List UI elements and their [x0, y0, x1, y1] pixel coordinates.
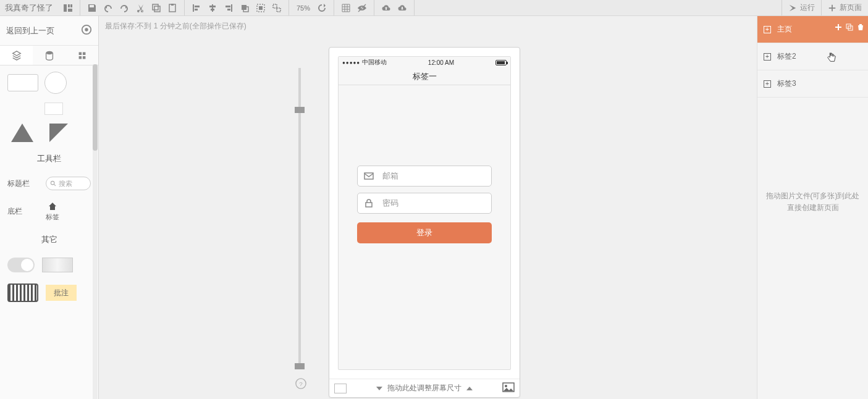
layout-icon[interactable]: [61, 1, 75, 15]
new-page-label: 新页面: [840, 2, 862, 13]
password-field[interactable]: 密码: [357, 193, 492, 214]
svg-rect-21: [273, 4, 277, 8]
ungroup-icon[interactable]: [270, 1, 284, 15]
height-slider[interactable]: [298, 68, 301, 367]
lock-icon: [364, 198, 374, 208]
expand-icon[interactable]: +: [764, 80, 771, 88]
app-title: 我真奇了怪了: [0, 0, 80, 15]
section-toolbar-label: 工具栏: [2, 148, 96, 169]
svg-rect-22: [277, 8, 280, 12]
section-other-label: 其它: [2, 229, 96, 250]
widget-tab-icon[interactable]: 标签: [46, 201, 59, 222]
search-placeholder: 搜索: [59, 179, 72, 188]
undo-icon[interactable]: [101, 1, 115, 15]
device-footer: 拖动此处调整屏幕尺寸: [329, 379, 520, 397]
widget-annotation[interactable]: 批注: [46, 285, 77, 301]
widget-searchbar[interactable]: 搜索: [46, 177, 91, 190]
widget-flag[interactable]: [49, 124, 68, 142]
canvas-area[interactable]: 最后保存:不到 1 分钟之前(全部操作已保存) ●●●●● 中国移动 12:00…: [99, 16, 757, 399]
widget-palette: 工具栏 标题栏 搜索 底栏 标签 其它: [0, 65, 98, 399]
battery-icon: [495, 60, 507, 65]
widget-keyboard[interactable]: [7, 284, 38, 302]
email-field[interactable]: 邮箱: [357, 166, 492, 187]
device-frame: ●●●●● 中国移动 12:00 AM 标签一 邮箱 密码: [329, 47, 520, 398]
expand-icon[interactable]: +: [764, 53, 771, 61]
back-row[interactable]: 返回到上一页: [0, 16, 98, 46]
left-sidebar: 返回到上一页: [0, 16, 99, 399]
assets-tab[interactable]: [65, 46, 98, 65]
svg-rect-17: [242, 5, 246, 10]
bottombar-widget-label[interactable]: 底栏: [7, 206, 38, 217]
chevron-down-icon[interactable]: [376, 387, 382, 390]
widget-ruler[interactable]: [42, 258, 73, 272]
svg-text:?: ?: [299, 380, 303, 387]
tab-icon-label: 标签: [46, 212, 59, 222]
widgets-tab[interactable]: [0, 46, 33, 65]
add-child-icon[interactable]: [835, 23, 842, 33]
cloud-upload-icon[interactable]: [379, 1, 393, 15]
svg-rect-2: [70, 4, 72, 7]
cut-icon[interactable]: [133, 1, 147, 15]
chevron-up-icon[interactable]: [466, 387, 473, 390]
svg-line-28: [54, 184, 56, 186]
paste-icon[interactable]: [166, 1, 179, 15]
svg-rect-13: [211, 9, 214, 10]
expand-icon[interactable]: +: [764, 26, 771, 33]
grid-icon[interactable]: [339, 1, 353, 15]
svg-rect-10: [195, 9, 198, 10]
slider-handle-bottom[interactable]: [295, 363, 305, 369]
widget-triangle[interactable]: [11, 124, 33, 142]
svg-rect-15: [225, 6, 230, 7]
left-scrollbar[interactable]: [93, 64, 98, 399]
duplicate-icon[interactable]: [846, 23, 853, 33]
titlebar-widget-label[interactable]: 标题栏: [7, 178, 38, 189]
page-item-3[interactable]: + 标签3: [757, 70, 868, 98]
widget-toggle[interactable]: [7, 258, 35, 272]
scrollbar-thumb[interactable]: [93, 64, 98, 151]
svg-rect-16: [227, 9, 230, 10]
copy-icon[interactable]: [150, 1, 163, 15]
page-item-2[interactable]: + 标签2: [757, 43, 868, 70]
widget-circle[interactable]: [44, 72, 67, 94]
mail-icon: [364, 171, 374, 181]
svg-point-32: [505, 385, 507, 387]
zoom-level[interactable]: 75%: [293, 4, 314, 12]
visibility-icon[interactable]: [355, 1, 369, 15]
widget-rectangle[interactable]: [7, 74, 38, 91]
bring-front-icon[interactable]: [238, 1, 251, 15]
bg-color-swatch[interactable]: [334, 384, 347, 393]
target-icon[interactable]: [81, 24, 92, 37]
align-left-icon[interactable]: [190, 1, 203, 15]
resize-hint[interactable]: 拖动此处调整屏幕尺寸: [387, 383, 461, 393]
new-page-button[interactable]: 新页面: [821, 0, 868, 15]
run-button[interactable]: 运行: [782, 0, 821, 15]
svg-rect-12: [209, 6, 216, 7]
rotate-icon[interactable]: [315, 1, 329, 15]
device-screen[interactable]: ●●●●● 中国移动 12:00 AM 标签一 邮箱 密码: [338, 56, 511, 370]
svg-point-25: [85, 28, 88, 31]
help-icon[interactable]: ?: [295, 378, 306, 389]
group-icon[interactable]: [254, 1, 268, 15]
image-icon[interactable]: [502, 382, 515, 394]
back-label: 返回到上一页: [6, 25, 54, 36]
cloud-download-icon[interactable]: [395, 1, 409, 15]
svg-rect-20: [259, 6, 263, 10]
slider-handle-top[interactable]: [295, 107, 305, 113]
svg-rect-5: [154, 6, 160, 12]
svg-rect-0: [64, 4, 67, 12]
page-item-main[interactable]: + 主页: [757, 16, 868, 43]
dropzone[interactable]: 拖动图片文件(可多张)到此处 直接创建新页面: [757, 98, 868, 399]
widget-small-rect[interactable]: [44, 103, 63, 115]
dropzone-text: 拖动图片文件(可多张)到此处 直接创建新页面: [766, 190, 860, 214]
delete-icon[interactable]: [857, 23, 864, 33]
redo-icon[interactable]: [117, 1, 131, 15]
align-center-icon[interactable]: [206, 1, 219, 15]
data-tab[interactable]: [33, 46, 65, 65]
save-icon[interactable]: [85, 1, 99, 15]
nav-title: 标签一: [413, 71, 437, 82]
align-right-icon[interactable]: [222, 1, 235, 15]
svg-point-27: [51, 181, 54, 185]
svg-rect-14: [231, 4, 232, 12]
login-button[interactable]: 登录: [357, 222, 492, 243]
status-time: 12:00 AM: [428, 59, 454, 66]
